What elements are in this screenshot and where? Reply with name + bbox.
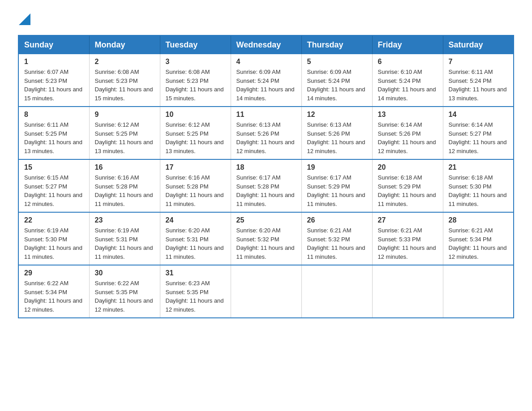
day-number: 21 xyxy=(449,163,508,171)
day-info: Sunrise: 6:08 AM Sunset: 5:23 PM Dayligh… xyxy=(95,68,154,103)
day-info: Sunrise: 6:07 AM Sunset: 5:23 PM Dayligh… xyxy=(24,68,84,103)
svg-marker-0 xyxy=(19,13,30,25)
calendar-week-row: 15 Sunrise: 6:15 AM Sunset: 5:27 PM Dayl… xyxy=(18,159,514,212)
calendar-cell: 18 Sunrise: 6:17 AM Sunset: 5:28 PM Dayl… xyxy=(231,159,301,212)
calendar-day-header-saturday: Saturday xyxy=(443,35,514,54)
calendar-cell: 31 Sunrise: 6:23 AM Sunset: 5:35 PM Dayl… xyxy=(160,265,231,318)
calendar-cell xyxy=(443,265,514,318)
day-number: 25 xyxy=(236,216,296,224)
calendar-cell: 11 Sunrise: 6:13 AM Sunset: 5:26 PM Dayl… xyxy=(231,107,301,159)
day-number: 17 xyxy=(166,163,225,171)
day-number: 30 xyxy=(95,269,154,277)
day-info: Sunrise: 6:12 AM Sunset: 5:25 PM Dayligh… xyxy=(166,120,225,155)
day-info: Sunrise: 6:15 AM Sunset: 5:27 PM Dayligh… xyxy=(24,173,84,208)
day-number: 20 xyxy=(378,163,438,171)
day-number: 9 xyxy=(95,111,154,119)
calendar-cell: 16 Sunrise: 6:16 AM Sunset: 5:28 PM Dayl… xyxy=(89,159,160,212)
calendar-cell: 4 Sunrise: 6:09 AM Sunset: 5:24 PM Dayli… xyxy=(231,54,301,107)
calendar-cell xyxy=(231,265,301,318)
day-info: Sunrise: 6:14 AM Sunset: 5:27 PM Dayligh… xyxy=(449,120,508,155)
day-info: Sunrise: 6:18 AM Sunset: 5:30 PM Dayligh… xyxy=(449,173,508,208)
day-info: Sunrise: 6:23 AM Sunset: 5:35 PM Dayligh… xyxy=(166,279,225,314)
day-info: Sunrise: 6:22 AM Sunset: 5:35 PM Dayligh… xyxy=(95,279,154,314)
day-info: Sunrise: 6:11 AM Sunset: 5:25 PM Dayligh… xyxy=(24,120,84,155)
calendar-cell: 17 Sunrise: 6:16 AM Sunset: 5:28 PM Dayl… xyxy=(160,159,231,212)
day-number: 13 xyxy=(378,111,438,119)
day-number: 22 xyxy=(24,216,84,224)
day-number: 6 xyxy=(378,58,438,66)
day-info: Sunrise: 6:19 AM Sunset: 5:30 PM Dayligh… xyxy=(24,226,84,261)
calendar-header-row: SundayMondayTuesdayWednesdayThursdayFrid… xyxy=(18,35,514,54)
calendar-week-row: 29 Sunrise: 6:22 AM Sunset: 5:34 PM Dayl… xyxy=(18,265,514,318)
calendar-cell: 7 Sunrise: 6:11 AM Sunset: 5:24 PM Dayli… xyxy=(443,54,514,107)
calendar-cell xyxy=(372,265,443,318)
day-number: 10 xyxy=(166,111,225,119)
calendar-cell: 28 Sunrise: 6:21 AM Sunset: 5:34 PM Dayl… xyxy=(443,212,514,265)
day-info: Sunrise: 6:11 AM Sunset: 5:24 PM Dayligh… xyxy=(449,68,508,103)
calendar-cell: 20 Sunrise: 6:18 AM Sunset: 5:29 PM Dayl… xyxy=(372,159,443,212)
day-info: Sunrise: 6:22 AM Sunset: 5:34 PM Dayligh… xyxy=(24,279,84,314)
calendar-cell: 8 Sunrise: 6:11 AM Sunset: 5:25 PM Dayli… xyxy=(18,107,89,159)
day-info: Sunrise: 6:20 AM Sunset: 5:31 PM Dayligh… xyxy=(166,226,225,261)
calendar-cell: 23 Sunrise: 6:19 AM Sunset: 5:31 PM Dayl… xyxy=(89,212,160,265)
calendar-week-row: 22 Sunrise: 6:19 AM Sunset: 5:30 PM Dayl… xyxy=(18,212,514,265)
day-number: 16 xyxy=(95,163,154,171)
day-number: 28 xyxy=(449,216,508,224)
day-number: 4 xyxy=(236,58,296,66)
day-info: Sunrise: 6:13 AM Sunset: 5:26 PM Dayligh… xyxy=(236,120,296,155)
page-header xyxy=(18,13,514,26)
day-info: Sunrise: 6:17 AM Sunset: 5:28 PM Dayligh… xyxy=(236,173,296,208)
day-info: Sunrise: 6:20 AM Sunset: 5:32 PM Dayligh… xyxy=(236,226,296,261)
calendar-cell: 15 Sunrise: 6:15 AM Sunset: 5:27 PM Dayl… xyxy=(18,159,89,212)
day-number: 19 xyxy=(307,163,367,171)
calendar-cell: 25 Sunrise: 6:20 AM Sunset: 5:32 PM Dayl… xyxy=(231,212,301,265)
calendar-week-row: 1 Sunrise: 6:07 AM Sunset: 5:23 PM Dayli… xyxy=(18,54,514,107)
day-number: 12 xyxy=(307,111,367,119)
calendar-day-header-tuesday: Tuesday xyxy=(160,35,231,54)
calendar-cell: 3 Sunrise: 6:08 AM Sunset: 5:23 PM Dayli… xyxy=(160,54,231,107)
day-info: Sunrise: 6:18 AM Sunset: 5:29 PM Dayligh… xyxy=(378,173,438,208)
calendar-cell: 6 Sunrise: 6:10 AM Sunset: 5:24 PM Dayli… xyxy=(372,54,443,107)
calendar-cell: 5 Sunrise: 6:09 AM Sunset: 5:24 PM Dayli… xyxy=(301,54,372,107)
calendar-day-header-monday: Monday xyxy=(89,35,160,54)
day-number: 24 xyxy=(166,216,225,224)
calendar-cell: 21 Sunrise: 6:18 AM Sunset: 5:30 PM Dayl… xyxy=(443,159,514,212)
day-info: Sunrise: 6:19 AM Sunset: 5:31 PM Dayligh… xyxy=(95,226,154,261)
calendar-cell: 2 Sunrise: 6:08 AM Sunset: 5:23 PM Dayli… xyxy=(89,54,160,107)
calendar-cell: 27 Sunrise: 6:21 AM Sunset: 5:33 PM Dayl… xyxy=(372,212,443,265)
calendar-cell: 12 Sunrise: 6:13 AM Sunset: 5:26 PM Dayl… xyxy=(301,107,372,159)
day-info: Sunrise: 6:12 AM Sunset: 5:25 PM Dayligh… xyxy=(95,120,154,155)
day-info: Sunrise: 6:16 AM Sunset: 5:28 PM Dayligh… xyxy=(166,173,225,208)
calendar-day-header-sunday: Sunday xyxy=(18,35,89,54)
day-info: Sunrise: 6:13 AM Sunset: 5:26 PM Dayligh… xyxy=(307,120,367,155)
calendar-cell: 10 Sunrise: 6:12 AM Sunset: 5:25 PM Dayl… xyxy=(160,107,231,159)
calendar-cell: 1 Sunrise: 6:07 AM Sunset: 5:23 PM Dayli… xyxy=(18,54,89,107)
day-info: Sunrise: 6:09 AM Sunset: 5:24 PM Dayligh… xyxy=(236,68,296,103)
day-number: 7 xyxy=(449,58,508,66)
day-number: 3 xyxy=(166,58,225,66)
calendar-cell: 14 Sunrise: 6:14 AM Sunset: 5:27 PM Dayl… xyxy=(443,107,514,159)
calendar-cell: 30 Sunrise: 6:22 AM Sunset: 5:35 PM Dayl… xyxy=(89,265,160,318)
calendar-day-header-friday: Friday xyxy=(372,35,443,54)
day-info: Sunrise: 6:08 AM Sunset: 5:23 PM Dayligh… xyxy=(166,68,225,103)
day-info: Sunrise: 6:21 AM Sunset: 5:33 PM Dayligh… xyxy=(378,226,438,261)
day-number: 14 xyxy=(449,111,508,119)
day-number: 26 xyxy=(307,216,367,224)
calendar-cell: 19 Sunrise: 6:17 AM Sunset: 5:29 PM Dayl… xyxy=(301,159,372,212)
logo-icon xyxy=(19,13,30,25)
day-number: 27 xyxy=(378,216,438,224)
day-info: Sunrise: 6:21 AM Sunset: 5:34 PM Dayligh… xyxy=(449,226,508,261)
calendar-cell: 29 Sunrise: 6:22 AM Sunset: 5:34 PM Dayl… xyxy=(18,265,89,318)
calendar-cell: 26 Sunrise: 6:21 AM Sunset: 5:32 PM Dayl… xyxy=(301,212,372,265)
calendar-cell: 24 Sunrise: 6:20 AM Sunset: 5:31 PM Dayl… xyxy=(160,212,231,265)
day-info: Sunrise: 6:09 AM Sunset: 5:24 PM Dayligh… xyxy=(307,68,367,103)
calendar-cell: 22 Sunrise: 6:19 AM Sunset: 5:30 PM Dayl… xyxy=(18,212,89,265)
day-number: 31 xyxy=(166,269,225,277)
day-info: Sunrise: 6:10 AM Sunset: 5:24 PM Dayligh… xyxy=(378,68,438,103)
day-number: 1 xyxy=(24,58,84,66)
day-number: 18 xyxy=(236,163,296,171)
calendar-cell: 13 Sunrise: 6:14 AM Sunset: 5:26 PM Dayl… xyxy=(372,107,443,159)
day-number: 5 xyxy=(307,58,367,66)
day-number: 29 xyxy=(24,269,84,277)
day-info: Sunrise: 6:16 AM Sunset: 5:28 PM Dayligh… xyxy=(95,173,154,208)
